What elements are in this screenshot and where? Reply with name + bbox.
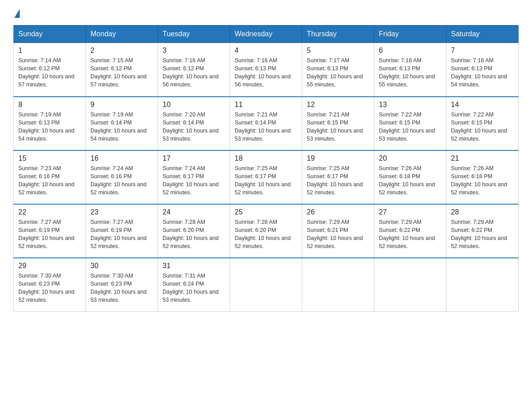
day-number: 6 — [379, 47, 442, 55]
day-info: Sunrise: 7:19 AMSunset: 6:14 PMDaylight:… — [90, 111, 153, 143]
day-number: 10 — [163, 101, 225, 109]
calendar-cell: 20Sunrise: 7:26 AMSunset: 6:18 PMDayligh… — [374, 150, 446, 204]
calendar-cell: 4Sunrise: 7:16 AMSunset: 6:13 PMDaylight… — [230, 43, 302, 97]
day-number: 9 — [90, 101, 153, 109]
day-number: 7 — [451, 47, 514, 55]
calendar-header-friday: Friday — [374, 26, 446, 43]
calendar-header-saturday: Saturday — [446, 26, 519, 43]
day-info: Sunrise: 7:22 AMSunset: 6:15 PMDaylight:… — [379, 111, 442, 143]
calendar-week-row: 8Sunrise: 7:19 AMSunset: 6:13 PMDaylight… — [14, 97, 519, 150]
day-info: Sunrise: 7:26 AMSunset: 6:18 PMDaylight:… — [451, 164, 514, 197]
day-info: Sunrise: 7:17 AMSunset: 6:13 PMDaylight:… — [307, 56, 369, 89]
day-info: Sunrise: 7:27 AMSunset: 6:19 PMDaylight:… — [18, 218, 81, 251]
calendar-cell: 19Sunrise: 7:25 AMSunset: 6:17 PMDayligh… — [302, 150, 374, 204]
day-number: 27 — [379, 208, 442, 216]
calendar-cell: 10Sunrise: 7:20 AMSunset: 6:14 PMDayligh… — [158, 97, 230, 150]
day-info: Sunrise: 7:25 AMSunset: 6:17 PMDaylight:… — [307, 164, 369, 197]
calendar-cell: 16Sunrise: 7:24 AMSunset: 6:16 PMDayligh… — [86, 150, 158, 204]
day-info: Sunrise: 7:28 AMSunset: 6:20 PMDaylight:… — [163, 218, 225, 251]
calendar-cell: 1Sunrise: 7:14 AMSunset: 6:12 PMDaylight… — [14, 43, 86, 97]
calendar-cell: 25Sunrise: 7:28 AMSunset: 6:20 PMDayligh… — [230, 204, 302, 258]
calendar-header-tuesday: Tuesday — [158, 26, 230, 43]
calendar-cell: 28Sunrise: 7:29 AMSunset: 6:22 PMDayligh… — [446, 204, 519, 258]
day-info: Sunrise: 7:21 AMSunset: 6:14 PMDaylight:… — [235, 111, 297, 143]
logo-triangle-icon — [14, 9, 20, 18]
day-number: 15 — [18, 154, 81, 163]
day-info: Sunrise: 7:27 AMSunset: 6:19 PMDaylight:… — [90, 218, 153, 251]
calendar-table: SundayMondayTuesdayWednesdayThursdayFrid… — [13, 25, 519, 312]
day-number: 4 — [235, 47, 297, 55]
calendar-cell: 12Sunrise: 7:21 AMSunset: 6:15 PMDayligh… — [302, 97, 374, 150]
day-number: 24 — [163, 208, 225, 216]
day-info: Sunrise: 7:23 AMSunset: 6:16 PMDaylight:… — [18, 164, 81, 197]
calendar-cell: 2Sunrise: 7:15 AMSunset: 6:12 PMDaylight… — [86, 43, 158, 97]
day-info: Sunrise: 7:22 AMSunset: 6:15 PMDaylight:… — [451, 111, 514, 143]
calendar-header-thursday: Thursday — [302, 26, 374, 43]
calendar-cell: 13Sunrise: 7:22 AMSunset: 6:15 PMDayligh… — [374, 97, 446, 150]
calendar-header-row: SundayMondayTuesdayWednesdayThursdayFrid… — [14, 26, 519, 43]
calendar-header-sunday: Sunday — [14, 26, 86, 43]
day-info: Sunrise: 7:31 AMSunset: 6:24 PMDaylight:… — [163, 272, 225, 304]
day-number: 13 — [379, 101, 442, 109]
day-number: 2 — [90, 47, 153, 55]
day-number: 12 — [307, 101, 369, 109]
day-info: Sunrise: 7:14 AMSunset: 6:12 PMDaylight:… — [18, 56, 81, 89]
day-number: 8 — [18, 101, 81, 109]
calendar-cell: 29Sunrise: 7:30 AMSunset: 6:23 PMDayligh… — [14, 258, 86, 312]
calendar-cell: 9Sunrise: 7:19 AMSunset: 6:14 PMDaylight… — [86, 97, 158, 150]
day-info: Sunrise: 7:29 AMSunset: 6:21 PMDaylight:… — [307, 218, 369, 251]
day-number: 14 — [451, 101, 514, 109]
calendar-cell — [446, 258, 519, 312]
day-info: Sunrise: 7:19 AMSunset: 6:13 PMDaylight:… — [18, 111, 81, 143]
calendar-cell: 6Sunrise: 7:18 AMSunset: 6:13 PMDaylight… — [374, 43, 446, 97]
calendar-cell: 18Sunrise: 7:25 AMSunset: 6:17 PMDayligh… — [230, 150, 302, 204]
day-info: Sunrise: 7:30 AMSunset: 6:23 PMDaylight:… — [90, 272, 153, 304]
day-number: 23 — [90, 208, 153, 216]
day-info: Sunrise: 7:25 AMSunset: 6:17 PMDaylight:… — [235, 164, 297, 197]
calendar-cell: 5Sunrise: 7:17 AMSunset: 6:13 PMDaylight… — [302, 43, 374, 97]
day-number: 17 — [163, 154, 225, 163]
calendar-cell — [230, 258, 302, 312]
calendar-cell: 17Sunrise: 7:24 AMSunset: 6:17 PMDayligh… — [158, 150, 230, 204]
calendar-cell: 23Sunrise: 7:27 AMSunset: 6:19 PMDayligh… — [86, 204, 158, 258]
calendar-cell: 26Sunrise: 7:29 AMSunset: 6:21 PMDayligh… — [302, 204, 374, 258]
calendar-cell: 22Sunrise: 7:27 AMSunset: 6:19 PMDayligh… — [14, 204, 86, 258]
day-info: Sunrise: 7:28 AMSunset: 6:20 PMDaylight:… — [235, 218, 297, 251]
day-number: 3 — [163, 47, 225, 55]
day-info: Sunrise: 7:16 AMSunset: 6:12 PMDaylight:… — [163, 56, 225, 89]
day-info: Sunrise: 7:21 AMSunset: 6:15 PMDaylight:… — [307, 111, 369, 143]
day-number: 26 — [307, 208, 369, 216]
calendar-header-wednesday: Wednesday — [230, 26, 302, 43]
day-number: 31 — [163, 262, 225, 270]
day-number: 22 — [18, 208, 81, 216]
day-info: Sunrise: 7:29 AMSunset: 6:22 PMDaylight:… — [451, 218, 514, 251]
day-info: Sunrise: 7:16 AMSunset: 6:13 PMDaylight:… — [235, 56, 297, 89]
calendar-cell: 11Sunrise: 7:21 AMSunset: 6:14 PMDayligh… — [230, 97, 302, 150]
calendar-week-row: 22Sunrise: 7:27 AMSunset: 6:19 PMDayligh… — [14, 204, 519, 258]
day-number: 29 — [18, 262, 81, 270]
calendar-cell: 8Sunrise: 7:19 AMSunset: 6:13 PMDaylight… — [14, 97, 86, 150]
day-info: Sunrise: 7:18 AMSunset: 6:13 PMDaylight:… — [451, 56, 514, 89]
day-info: Sunrise: 7:15 AMSunset: 6:12 PMDaylight:… — [90, 56, 153, 89]
page-header — [13, 9, 519, 16]
day-info: Sunrise: 7:30 AMSunset: 6:23 PMDaylight:… — [18, 272, 81, 304]
calendar-cell: 27Sunrise: 7:29 AMSunset: 6:22 PMDayligh… — [374, 204, 446, 258]
calendar-header-monday: Monday — [86, 26, 158, 43]
calendar-week-row: 15Sunrise: 7:23 AMSunset: 6:16 PMDayligh… — [14, 150, 519, 204]
calendar-cell: 15Sunrise: 7:23 AMSunset: 6:16 PMDayligh… — [14, 150, 86, 204]
day-number: 20 — [379, 154, 442, 163]
calendar-cell: 30Sunrise: 7:30 AMSunset: 6:23 PMDayligh… — [86, 258, 158, 312]
day-number: 28 — [451, 208, 514, 216]
day-number: 1 — [18, 47, 81, 55]
calendar-cell: 14Sunrise: 7:22 AMSunset: 6:15 PMDayligh… — [446, 97, 519, 150]
calendar-cell: 3Sunrise: 7:16 AMSunset: 6:12 PMDaylight… — [158, 43, 230, 97]
calendar-cell: 24Sunrise: 7:28 AMSunset: 6:20 PMDayligh… — [158, 204, 230, 258]
logo — [13, 9, 20, 16]
calendar-week-row: 1Sunrise: 7:14 AMSunset: 6:12 PMDaylight… — [14, 43, 519, 97]
calendar-cell: 21Sunrise: 7:26 AMSunset: 6:18 PMDayligh… — [446, 150, 519, 204]
calendar-cell: 31Sunrise: 7:31 AMSunset: 6:24 PMDayligh… — [158, 258, 230, 312]
day-number: 5 — [307, 47, 369, 55]
day-number: 16 — [90, 154, 153, 163]
calendar-cell — [302, 258, 374, 312]
day-number: 25 — [235, 208, 297, 216]
